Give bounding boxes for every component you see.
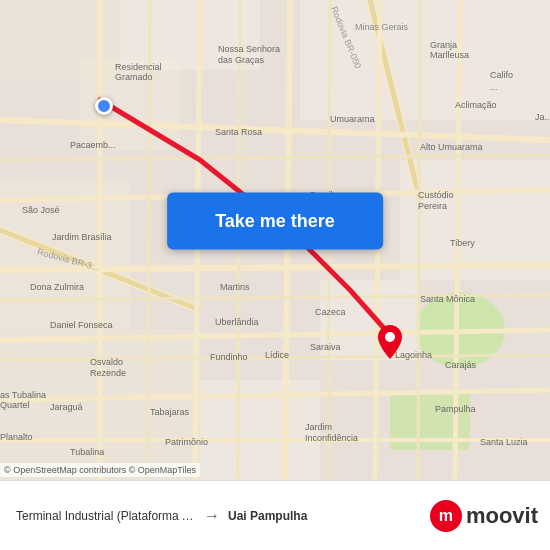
svg-text:Inconfidência: Inconfidência: [305, 433, 358, 443]
destination-label: Uai Pampulha: [228, 509, 307, 523]
svg-text:Marlleusa: Marlleusa: [430, 50, 469, 60]
origin-label: Terminal Industrial (Plataforma A2): [16, 509, 196, 523]
svg-text:Osvaldo: Osvaldo: [90, 357, 123, 367]
svg-text:Jardim Brasília: Jardim Brasília: [52, 232, 112, 242]
svg-text:Santa Luzia: Santa Luzia: [480, 437, 528, 447]
svg-rect-11: [400, 160, 550, 280]
destination-pin: [378, 325, 402, 363]
svg-text:Custódio: Custódio: [418, 190, 454, 200]
svg-text:Pacaemb...: Pacaemb...: [70, 140, 116, 150]
map-attribution: © OpenStreetMap contributors © OpenMapTi…: [0, 463, 200, 477]
svg-text:Rezende: Rezende: [90, 368, 126, 378]
svg-line-33: [418, 0, 420, 480]
svg-text:das Graças: das Graças: [218, 55, 265, 65]
svg-text:Jaraguá: Jaraguá: [50, 402, 83, 412]
svg-text:Residencial: Residencial: [115, 62, 162, 72]
svg-text:Alto Umuarama: Alto Umuarama: [420, 142, 483, 152]
svg-text:Tibery: Tibery: [450, 238, 475, 248]
svg-text:Minas Gerais: Minas Gerais: [355, 22, 409, 32]
route-info: Terminal Industrial (Plataforma A2) → Ua…: [16, 507, 454, 525]
user-location-pin: [95, 97, 113, 115]
svg-text:Santa Rosa: Santa Rosa: [215, 127, 262, 137]
svg-text:Lídice: Lídice: [265, 350, 289, 360]
svg-text:Nossa Senhora: Nossa Senhora: [218, 44, 280, 54]
svg-text:Carajás: Carajás: [445, 360, 477, 370]
map-container: Residencial Gramado Nossa Senhora das Gr…: [0, 0, 550, 480]
footer: Terminal Industrial (Plataforma A2) → Ua…: [0, 480, 550, 550]
svg-text:Cazeca: Cazeca: [315, 307, 346, 317]
svg-text:Quartel: Quartel: [0, 400, 30, 410]
svg-text:Planalto: Planalto: [0, 432, 33, 442]
svg-text:Gramado: Gramado: [115, 72, 153, 82]
svg-text:Ja...: Ja...: [535, 112, 550, 122]
svg-point-83: [385, 332, 395, 342]
svg-text:Tubalina: Tubalina: [70, 447, 104, 457]
svg-text:Dona Zulmira: Dona Zulmira: [30, 282, 84, 292]
svg-text:Jardim: Jardim: [305, 422, 332, 432]
arrow-icon: →: [204, 507, 220, 525]
svg-text:Uberlândia: Uberlândia: [215, 317, 259, 327]
svg-text:Daniel Fonseca: Daniel Fonseca: [50, 320, 113, 330]
svg-text:Pampulha: Pampulha: [435, 404, 476, 414]
svg-text:Tabajaras: Tabajaras: [150, 407, 190, 417]
svg-text:Santa Mônica: Santa Mônica: [420, 294, 475, 304]
svg-text:...: ...: [490, 82, 498, 92]
svg-text:Saraiva: Saraiva: [310, 342, 341, 352]
svg-text:Califo: Califo: [490, 70, 513, 80]
svg-text:Martins: Martins: [220, 282, 250, 292]
moovit-logo: m moovit: [430, 500, 538, 532]
take-me-there-button[interactable]: Take me there: [167, 192, 383, 249]
svg-text:Fundinho: Fundinho: [210, 352, 248, 362]
svg-text:Patrimônio: Patrimônio: [165, 437, 208, 447]
svg-text:Granja: Granja: [430, 40, 457, 50]
svg-text:as Tubalina: as Tubalina: [0, 390, 46, 400]
svg-text:Pereira: Pereira: [418, 201, 447, 211]
svg-text:Umuarama: Umuarama: [330, 114, 375, 124]
svg-text:São José: São José: [22, 205, 60, 215]
moovit-brand-name: moovit: [466, 503, 538, 529]
svg-text:Aclimação: Aclimação: [455, 100, 497, 110]
moovit-icon: m: [430, 500, 462, 532]
